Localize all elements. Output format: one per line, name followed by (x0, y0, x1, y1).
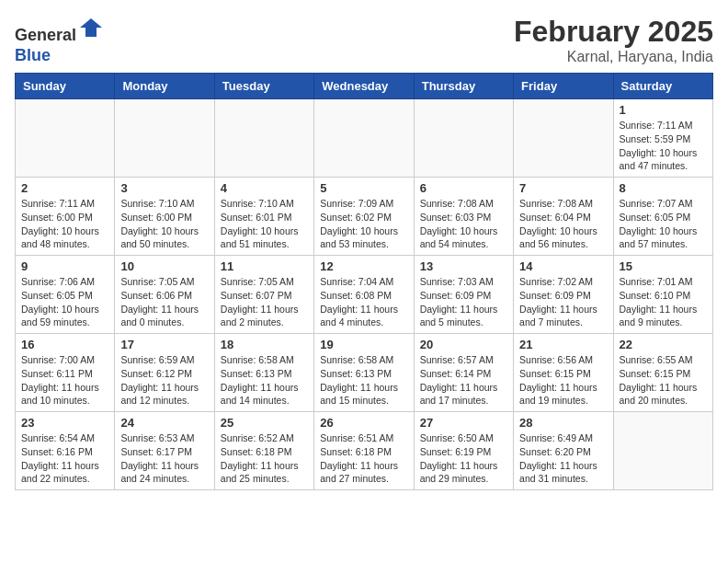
day-number: 8 (620, 181, 707, 195)
calendar-cell: 14Sunrise: 7:02 AM Sunset: 6:09 PM Dayli… (514, 256, 613, 334)
day-info: Sunrise: 6:52 AM Sunset: 6:18 PM Dayligh… (221, 431, 308, 486)
day-info: Sunrise: 7:03 AM Sunset: 6:09 PM Dayligh… (420, 275, 507, 329)
logo: General Blue (15, 15, 104, 65)
day-number: 5 (320, 181, 407, 195)
day-number: 17 (120, 338, 208, 351)
calendar-cell: 23Sunrise: 6:54 AM Sunset: 6:16 PM Dayli… (16, 412, 115, 490)
calendar-cell: 2Sunrise: 7:11 AM Sunset: 6:00 PM Daylig… (16, 178, 115, 256)
day-info: Sunrise: 7:08 AM Sunset: 6:04 PM Dayligh… (519, 197, 607, 251)
day-number: 10 (120, 259, 208, 273)
day-info: Sunrise: 7:08 AM Sunset: 6:03 PM Dayligh… (420, 197, 507, 251)
calendar-cell: 11Sunrise: 7:05 AM Sunset: 6:07 PM Dayli… (214, 256, 313, 334)
day-number: 19 (320, 338, 407, 351)
calendar-cell (514, 99, 613, 178)
logo-blue: Blue (15, 46, 51, 64)
day-info: Sunrise: 6:59 AM Sunset: 6:12 PM Dayligh… (120, 353, 208, 408)
day-info: Sunrise: 6:51 AM Sunset: 6:18 PM Dayligh… (320, 431, 407, 486)
column-header-monday: Monday (115, 74, 214, 99)
day-number: 13 (420, 259, 507, 273)
day-info: Sunrise: 6:53 AM Sunset: 6:17 PM Dayligh… (120, 431, 208, 486)
day-info: Sunrise: 6:54 AM Sunset: 6:16 PM Dayligh… (21, 431, 108, 486)
week-row-2: 9Sunrise: 7:06 AM Sunset: 6:05 PM Daylig… (16, 256, 713, 334)
day-number: 16 (21, 338, 108, 351)
day-number: 22 (620, 338, 707, 351)
day-number: 27 (420, 416, 507, 430)
calendar-cell (314, 99, 414, 178)
calendar-cell: 16Sunrise: 7:00 AM Sunset: 6:11 PM Dayli… (16, 334, 115, 412)
calendar-cell: 18Sunrise: 6:58 AM Sunset: 6:13 PM Dayli… (214, 334, 313, 412)
week-row-4: 23Sunrise: 6:54 AM Sunset: 6:16 PM Dayli… (16, 412, 713, 490)
calendar-cell (214, 99, 313, 178)
day-number: 9 (21, 259, 108, 273)
day-info: Sunrise: 6:56 AM Sunset: 6:15 PM Dayligh… (519, 353, 607, 408)
day-info: Sunrise: 6:50 AM Sunset: 6:19 PM Dayligh… (420, 431, 507, 486)
calendar-cell: 15Sunrise: 7:01 AM Sunset: 6:10 PM Dayli… (613, 256, 712, 334)
day-number: 18 (221, 338, 308, 351)
calendar-cell: 22Sunrise: 6:55 AM Sunset: 6:15 PM Dayli… (613, 334, 712, 412)
day-info: Sunrise: 7:05 AM Sunset: 6:07 PM Dayligh… (221, 275, 308, 329)
day-info: Sunrise: 6:49 AM Sunset: 6:20 PM Dayligh… (519, 431, 607, 486)
day-number: 4 (221, 181, 308, 195)
week-row-3: 16Sunrise: 7:00 AM Sunset: 6:11 PM Dayli… (16, 334, 713, 412)
day-info: Sunrise: 6:57 AM Sunset: 6:14 PM Dayligh… (420, 353, 507, 408)
day-info: Sunrise: 6:58 AM Sunset: 6:13 PM Dayligh… (320, 353, 407, 408)
calendar-cell: 1Sunrise: 7:11 AM Sunset: 5:59 PM Daylig… (613, 99, 712, 178)
calendar-cell: 25Sunrise: 6:52 AM Sunset: 6:18 PM Dayli… (214, 412, 313, 490)
calendar-cell: 3Sunrise: 7:10 AM Sunset: 6:00 PM Daylig… (115, 178, 214, 256)
day-info: Sunrise: 7:00 AM Sunset: 6:11 PM Dayligh… (21, 353, 108, 408)
day-number: 12 (320, 259, 407, 273)
column-header-wednesday: Wednesday (314, 74, 414, 99)
day-number: 24 (120, 416, 208, 430)
day-number: 23 (21, 416, 108, 430)
calendar-cell (414, 99, 513, 178)
calendar-cell: 4Sunrise: 7:10 AM Sunset: 6:01 PM Daylig… (214, 178, 313, 256)
day-info: Sunrise: 7:04 AM Sunset: 6:08 PM Dayligh… (320, 275, 407, 329)
day-info: Sunrise: 7:11 AM Sunset: 6:00 PM Dayligh… (21, 197, 108, 251)
title-block: February 2025 Karnal, Haryana, India (514, 15, 713, 65)
column-header-tuesday: Tuesday (214, 74, 313, 99)
logo-icon (78, 15, 104, 40)
calendar-cell: 24Sunrise: 6:53 AM Sunset: 6:17 PM Dayli… (115, 412, 214, 490)
calendar-cell: 12Sunrise: 7:04 AM Sunset: 6:08 PM Dayli… (314, 256, 414, 334)
calendar-cell: 7Sunrise: 7:08 AM Sunset: 6:04 PM Daylig… (514, 178, 613, 256)
column-header-sunday: Sunday (16, 74, 115, 99)
day-number: 20 (420, 338, 507, 351)
calendar-cell: 27Sunrise: 6:50 AM Sunset: 6:19 PM Dayli… (414, 412, 513, 490)
week-row-1: 2Sunrise: 7:11 AM Sunset: 6:00 PM Daylig… (16, 178, 713, 256)
calendar-cell: 21Sunrise: 6:56 AM Sunset: 6:15 PM Dayli… (514, 334, 613, 412)
calendar-cell (16, 99, 115, 178)
calendar-cell: 13Sunrise: 7:03 AM Sunset: 6:09 PM Dayli… (414, 256, 513, 334)
month-year: February 2025 (514, 15, 713, 49)
column-header-friday: Friday (514, 74, 613, 99)
day-info: Sunrise: 7:10 AM Sunset: 6:01 PM Dayligh… (221, 197, 308, 251)
day-number: 7 (519, 181, 607, 195)
svg-marker-0 (80, 18, 102, 37)
day-number: 14 (519, 259, 607, 273)
calendar-cell: 20Sunrise: 6:57 AM Sunset: 6:14 PM Dayli… (414, 334, 513, 412)
calendar-cell: 9Sunrise: 7:06 AM Sunset: 6:05 PM Daylig… (16, 256, 115, 334)
day-number: 28 (519, 416, 607, 430)
day-number: 6 (420, 181, 507, 195)
logo-general: General (15, 26, 76, 44)
location: Karnal, Haryana, India (514, 49, 713, 65)
column-header-thursday: Thursday (414, 74, 513, 99)
calendar-cell: 5Sunrise: 7:09 AM Sunset: 6:02 PM Daylig… (314, 178, 414, 256)
calendar-cell: 28Sunrise: 6:49 AM Sunset: 6:20 PM Dayli… (514, 412, 613, 490)
day-info: Sunrise: 7:11 AM Sunset: 5:59 PM Dayligh… (620, 119, 707, 173)
column-header-saturday: Saturday (613, 74, 712, 99)
calendar-cell: 19Sunrise: 6:58 AM Sunset: 6:13 PM Dayli… (314, 334, 414, 412)
day-info: Sunrise: 6:58 AM Sunset: 6:13 PM Dayligh… (221, 353, 308, 408)
day-number: 25 (221, 416, 308, 430)
day-info: Sunrise: 7:01 AM Sunset: 6:10 PM Dayligh… (620, 275, 707, 329)
day-number: 26 (320, 416, 407, 430)
day-info: Sunrise: 7:02 AM Sunset: 6:09 PM Dayligh… (519, 275, 607, 329)
day-info: Sunrise: 7:06 AM Sunset: 6:05 PM Dayligh… (21, 275, 108, 329)
day-info: Sunrise: 6:55 AM Sunset: 6:15 PM Dayligh… (620, 353, 707, 408)
day-number: 11 (221, 259, 308, 273)
day-info: Sunrise: 7:07 AM Sunset: 6:05 PM Dayligh… (620, 197, 707, 251)
day-info: Sunrise: 7:10 AM Sunset: 6:00 PM Dayligh… (120, 197, 208, 251)
day-number: 3 (120, 181, 208, 195)
calendar-cell: 17Sunrise: 6:59 AM Sunset: 6:12 PM Dayli… (115, 334, 214, 412)
calendar-cell: 6Sunrise: 7:08 AM Sunset: 6:03 PM Daylig… (414, 178, 513, 256)
calendar-cell: 8Sunrise: 7:07 AM Sunset: 6:05 PM Daylig… (613, 178, 712, 256)
